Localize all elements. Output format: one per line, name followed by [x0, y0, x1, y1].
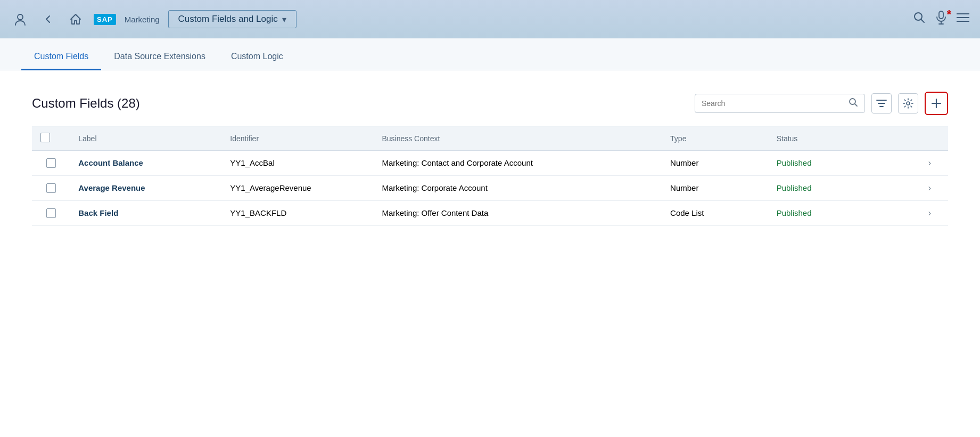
svg-line-2 — [921, 20, 925, 23]
add-button[interactable] — [925, 92, 948, 115]
column-header-type: Type — [662, 126, 768, 151]
row-checkbox-cell — [32, 201, 70, 226]
tab-data-source-extensions[interactable]: Data Source Extensions — [101, 45, 218, 70]
search-box — [695, 94, 865, 113]
section-title: Custom Fields (28) — [32, 96, 140, 111]
column-header-label: Label — [70, 126, 221, 151]
svg-point-14 — [907, 102, 910, 105]
main-content: Custom Fields (28) — [0, 70, 980, 247]
chevron-down-icon: ▾ — [282, 14, 286, 25]
table-row[interactable]: Back Field YY1_BACKFLD Marketing: Offer … — [32, 201, 948, 226]
menu-icon[interactable] — [957, 12, 969, 26]
search-input[interactable] — [702, 99, 849, 108]
back-icon[interactable] — [38, 10, 57, 29]
row-status-cell: Published — [768, 201, 920, 226]
tab-bar: Custom Fields Data Source Extensions Cus… — [0, 38, 980, 70]
global-search-icon[interactable] — [913, 11, 926, 27]
row-checkbox[interactable] — [46, 158, 56, 168]
svg-point-0 — [18, 14, 23, 20]
row-type-cell: Number — [662, 176, 768, 201]
search-submit-icon[interactable] — [849, 98, 858, 109]
sap-logo: SAP — [94, 14, 116, 25]
row-nav-arrow[interactable]: › — [920, 201, 948, 226]
row-type-cell: Code List — [662, 201, 768, 226]
user-icon[interactable] — [11, 10, 30, 29]
row-context-cell: Marketing: Offer Content Data — [373, 201, 662, 226]
row-identifier-cell: YY1_BACKFLD — [221, 201, 373, 226]
column-header-context: Business Context — [373, 126, 662, 151]
row-status-cell: Published — [768, 176, 920, 201]
row-label-cell: Back Field — [70, 201, 221, 226]
row-nav-arrow[interactable]: › — [920, 176, 948, 201]
tab-custom-logic[interactable]: Custom Logic — [218, 45, 296, 70]
table-row[interactable]: Average Revenue YY1_AverageRevenue Marke… — [32, 176, 948, 201]
toolbar-row: Custom Fields (28) — [32, 92, 948, 115]
app-title: Custom Fields and Logic — [178, 14, 278, 25]
row-context-cell: Marketing: Contact and Corporate Account — [373, 151, 662, 176]
breadcrumb: Marketing — [125, 15, 160, 24]
row-checkbox[interactable] — [46, 183, 56, 193]
svg-line-10 — [855, 104, 858, 107]
row-checkbox-cell — [32, 151, 70, 176]
tab-custom-fields[interactable]: Custom Fields — [21, 45, 101, 70]
app-title-box[interactable]: Custom Fields and Logic ▾ — [168, 10, 297, 28]
custom-fields-table: Label Identifier Business Context Type S… — [32, 126, 948, 226]
row-checkbox[interactable] — [46, 208, 56, 218]
column-header-identifier: Identifier — [221, 126, 373, 151]
settings-icon[interactable] — [898, 93, 918, 114]
row-label-cell: Account Balance — [70, 151, 221, 176]
svg-rect-3 — [939, 11, 943, 19]
row-type-cell: Number — [662, 151, 768, 176]
row-identifier-cell: YY1_AccBal — [221, 151, 373, 176]
row-checkbox-cell — [32, 176, 70, 201]
table-row[interactable]: Account Balance YY1_AccBal Marketing: Co… — [32, 151, 948, 176]
table-header-row: Label Identifier Business Context Type S… — [32, 126, 948, 151]
row-status-cell: Published — [768, 151, 920, 176]
column-header-status: Status — [768, 126, 920, 151]
row-identifier-cell: YY1_AverageRevenue — [221, 176, 373, 201]
microphone-icon[interactable] — [935, 11, 947, 28]
filter-icon[interactable] — [871, 93, 892, 114]
nav-right: * — [913, 11, 969, 28]
header-checkbox-cell — [32, 126, 70, 151]
top-nav: SAP Marketing Custom Fields and Logic ▾ … — [0, 0, 980, 38]
row-nav-arrow[interactable]: › — [920, 151, 948, 176]
row-label-cell: Average Revenue — [70, 176, 221, 201]
home-icon[interactable] — [66, 10, 85, 29]
notification-star: * — [946, 7, 951, 21]
select-all-checkbox[interactable] — [40, 133, 50, 142]
row-context-cell: Marketing: Corporate Account — [373, 176, 662, 201]
